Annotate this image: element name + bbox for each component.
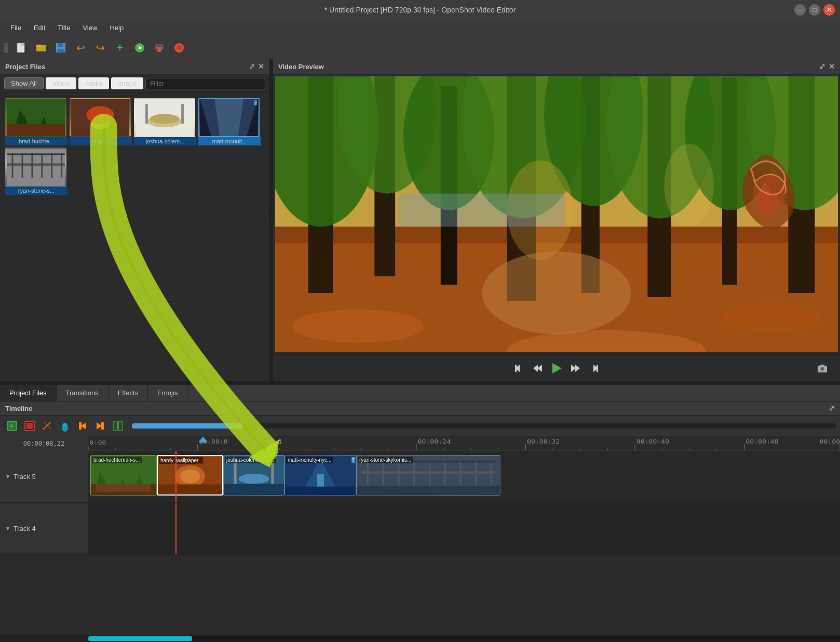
fullscreen-icon[interactable]: ⤢ — [829, 404, 835, 412]
toolbar-handle — [4, 43, 8, 53]
filter-tabs: Show All Video Audio Image — [0, 74, 269, 93]
video-panel-icons: ⤢ ✕ — [819, 62, 835, 71]
add-track-button[interactable]: + — [4, 418, 20, 434]
track-5-collapse[interactable]: ▼ — [5, 474, 10, 479]
svg-rect-161 — [444, 461, 446, 487]
clip-ryan-label: ryan-stone-skykomis... — [358, 457, 413, 463]
timeline-hscroll[interactable] — [0, 635, 840, 642]
tab-emojis[interactable]: Emojis — [148, 385, 187, 401]
forward-end-button[interactable] — [585, 359, 603, 378]
rewind-button[interactable] — [529, 359, 547, 378]
rewind-start-button[interactable] — [510, 359, 529, 378]
svg-rect-36 — [12, 153, 13, 178]
list-item[interactable]: joshua-colem... — [134, 98, 196, 145]
project-files-header: Project Files ⤢ ✕ — [0, 59, 269, 74]
svg-rect-3 — [36, 45, 40, 47]
svg-rect-156 — [367, 461, 369, 487]
new-button[interactable] — [12, 39, 30, 57]
track-4-name: Track 4 — [13, 525, 36, 532]
tab-video[interactable]: Video — [46, 77, 76, 89]
thumbnail-grid: brad-huchte... ha... — [0, 93, 269, 381]
menu-bar: File Edit Title View Help — [0, 20, 840, 36]
position-handle[interactable] — [236, 423, 243, 429]
svg-rect-155 — [362, 471, 495, 474]
svg-rect-37 — [22, 153, 23, 178]
jump-start-button[interactable] — [75, 418, 90, 434]
track-5-label: ▼ Track 5 — [0, 451, 88, 502]
track-4-content[interactable] — [88, 503, 840, 554]
play-button[interactable] — [547, 359, 566, 378]
camera-button[interactable] — [813, 359, 832, 378]
thumbnail-ha — [70, 98, 131, 137]
svg-text:2: 2 — [352, 458, 355, 462]
save-button[interactable] — [52, 39, 70, 57]
clip-hardy[interactable]: hardy_wallpaper_ — [157, 455, 223, 496]
svg-rect-28 — [181, 104, 184, 124]
clip-hardy-label: hardy_wallpaper_ — [159, 457, 203, 464]
fast-forward-button[interactable] — [566, 359, 585, 378]
tab-show-all[interactable]: Show All — [4, 77, 44, 89]
svg-point-48 — [722, 303, 821, 332]
window-title: * Untitled Project [HD 720p 30 fps] - Op… — [324, 6, 516, 14]
svg-marker-90 — [81, 422, 86, 430]
list-item[interactable]: ryan-stone-s... — [5, 148, 67, 195]
close-button[interactable]: ✕ — [823, 4, 835, 16]
tab-transitions[interactable]: Transitions — [57, 385, 109, 401]
track-4-collapse[interactable]: ▼ — [5, 526, 10, 531]
track-4-label: ▼ Track 4 — [0, 503, 88, 554]
timeline-toolbar: + — [0, 416, 840, 436]
svg-point-46 — [292, 310, 424, 343]
clip-ryan[interactable]: ryan-stone-skykomis... — [356, 455, 500, 496]
svg-rect-5 — [58, 43, 63, 47]
filter-input[interactable] — [145, 78, 265, 89]
add-keyframe-button[interactable] — [57, 418, 73, 434]
svg-text:00:00:32: 00:00:32 — [527, 439, 560, 445]
close-video-icon[interactable]: ✕ — [829, 62, 835, 71]
clip-brad[interactable]: brad-huchteman-s... — [90, 455, 157, 496]
list-item[interactable]: 2 matt-mcnult... — [198, 98, 261, 145]
add-clip-button[interactable]: + — [111, 39, 129, 57]
svg-marker-92 — [97, 422, 102, 430]
clip-matt[interactable]: 2 matt-mcnulty-nyc... — [284, 455, 356, 496]
tab-project-files[interactable]: Project Files — [0, 385, 57, 401]
track-5-content[interactable]: brad-huchteman-s... hardy_wallpaper_ — [88, 451, 840, 502]
jump-end-button[interactable] — [92, 418, 108, 434]
list-item[interactable]: brad-huchte... — [5, 98, 67, 145]
preview-button[interactable] — [131, 39, 148, 57]
svg-rect-42 — [7, 153, 65, 155]
snap-button[interactable] — [22, 418, 37, 434]
open-button[interactable] — [32, 39, 50, 57]
thumbnail-ryan-label: ryan-stone-s... — [5, 186, 67, 195]
minimize-button[interactable]: — — [794, 4, 806, 16]
hscroll-track[interactable] — [88, 636, 840, 641]
list-item[interactable]: ha... — [70, 98, 132, 145]
tab-effects[interactable]: Effects — [109, 385, 148, 401]
record-button[interactable] — [170, 39, 188, 57]
tab-audio[interactable]: Audio — [78, 77, 109, 89]
svg-text:0:00: 0:00 — [90, 440, 106, 446]
expand-video-icon[interactable]: ⤢ — [819, 62, 825, 71]
undo-button[interactable]: ↩ — [72, 39, 89, 57]
playback-controls — [273, 354, 840, 381]
redo-button[interactable]: ↪ — [91, 39, 109, 57]
menu-edit[interactable]: Edit — [29, 22, 50, 34]
menu-title[interactable]: Title — [52, 22, 75, 34]
thumbnail-matt: 2 — [198, 98, 260, 137]
export-button[interactable] — [151, 39, 168, 57]
position-track[interactable] — [132, 423, 836, 429]
menu-view[interactable]: View — [77, 22, 102, 34]
tab-image[interactable]: Image — [111, 77, 143, 89]
expand-icon[interactable]: ⤢ — [249, 62, 255, 71]
svg-marker-71 — [537, 365, 542, 372]
close-panel-icon[interactable]: ✕ — [258, 62, 264, 71]
center-button[interactable] — [110, 418, 126, 434]
clip-joshua[interactable]: joshua-coleman-sc... — [223, 455, 284, 496]
menu-file[interactable]: File — [5, 22, 26, 34]
svg-rect-70 — [515, 365, 517, 372]
menu-help[interactable]: Help — [104, 22, 129, 34]
track-4-playhead — [175, 503, 177, 554]
razor-button[interactable] — [39, 418, 55, 434]
svg-rect-166 — [357, 486, 500, 496]
svg-rect-19 — [7, 124, 65, 136]
maximize-button[interactable]: □ — [809, 4, 820, 16]
